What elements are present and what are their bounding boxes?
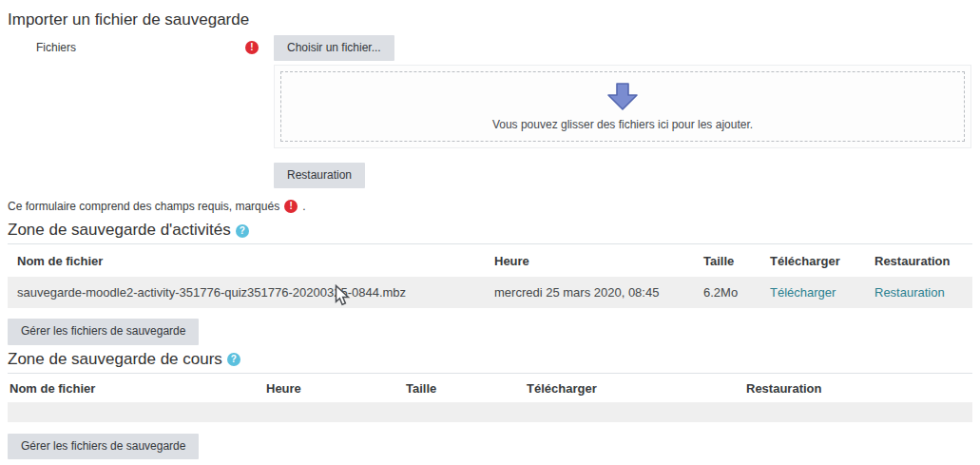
file-manager: Vous pouvez glisser des fichiers ici pou… [274, 65, 971, 148]
file-dropzone[interactable]: Vous pouvez glisser des fichiers ici pou… [280, 71, 965, 142]
course-backup-table: Nom de fichier Heure Taille Télécharger … [8, 373, 972, 422]
drop-arrow-icon [604, 83, 642, 111]
col-header-size: Taille [694, 244, 760, 278]
files-input-column: Choisir un fichier... Vous pouvez glisse… [274, 35, 972, 188]
course-zone-title: Zone de sauvegarde de cours ? [8, 349, 972, 369]
download-link[interactable]: Télécharger [770, 285, 836, 300]
backup-filename-cell: sauvegarde-moodle2-activity-351776-quiz3… [8, 277, 485, 308]
empty-row-cell [8, 402, 972, 422]
restore-submit-button[interactable]: Restauration [274, 163, 365, 188]
empty-table-row [8, 402, 972, 422]
files-label: Fichiers [36, 41, 76, 54]
files-label-column: Fichiers ! [8, 35, 274, 188]
manage-course-backups-button[interactable]: Gérer les fichiers de sauvegarde [8, 434, 199, 459]
activity-zone-title: Zone de sauvegarde d'activités ? [8, 220, 972, 240]
dropzone-hint-text: Vous pouvez glisser des fichiers ici pou… [492, 118, 753, 131]
restore-link[interactable]: Restauration [874, 285, 945, 300]
col-header-download: Télécharger [525, 373, 744, 402]
backup-restore-page: Importer un fichier de sauvegarde Fichie… [0, 0, 980, 465]
help-icon[interactable]: ? [236, 224, 249, 238]
required-fields-note: Ce formulaire comprend des champs requis… [8, 200, 972, 213]
col-header-download: Télécharger [760, 244, 865, 278]
required-field-icon: ! [284, 200, 298, 213]
backup-size-cell: 6.2Mo [694, 277, 760, 308]
help-icon[interactable]: ? [227, 353, 240, 366]
col-header-restore: Restauration [744, 373, 972, 402]
files-form-row: Fichiers ! Choisir un fichier... Vous po… [8, 35, 972, 188]
manage-activity-backups-button[interactable]: Gérer les fichiers de sauvegarde [8, 319, 199, 344]
table-header-row: Nom de fichier Heure Taille Télécharger … [8, 244, 972, 278]
required-note-period: . [302, 200, 305, 213]
col-header-time: Heure [264, 373, 404, 402]
required-note-text: Ce formulaire comprend des champs requis… [8, 200, 279, 213]
course-zone-title-text: Zone de sauvegarde de cours [8, 349, 222, 369]
table-header-row: Nom de fichier Heure Taille Télécharger … [8, 373, 972, 402]
col-header-filename: Nom de fichier [8, 244, 485, 278]
col-header-restore: Restauration [865, 244, 972, 278]
choose-file-button[interactable]: Choisir un fichier... [274, 35, 394, 61]
required-field-icon: ! [245, 41, 259, 54]
backup-time-cell: mercredi 25 mars 2020, 08:45 [485, 277, 694, 308]
col-header-time: Heure [485, 244, 694, 278]
col-header-filename: Nom de fichier [8, 373, 264, 402]
activity-backup-table: Nom de fichier Heure Taille Télécharger … [8, 243, 972, 308]
activity-zone-title-text: Zone de sauvegarde d'activités [8, 220, 231, 240]
col-header-size: Taille [404, 373, 525, 402]
page-title: Importer un fichier de sauvegarde [8, 10, 972, 29]
table-row: sauvegarde-moodle2-activity-351776-quiz3… [8, 277, 972, 308]
